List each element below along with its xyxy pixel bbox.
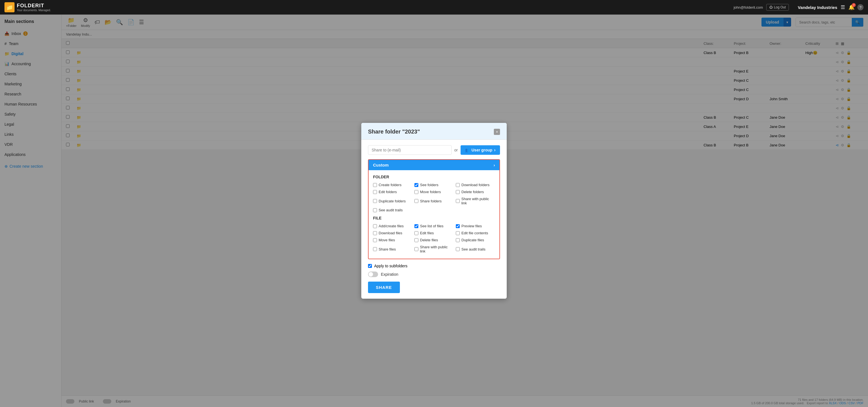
logo-sub: Your documents. Managed.: [17, 9, 51, 12]
perm-share-files: Share files: [373, 244, 412, 254]
share-folder-modal: Share folder "2023" × or 👥 User group › …: [361, 123, 507, 299]
delete-files-checkbox[interactable]: [414, 238, 418, 242]
perm-edit-files: Edit files: [414, 230, 454, 236]
expiration-label: Expiration: [381, 272, 398, 277]
perm-preview-files: Preview files: [456, 223, 495, 229]
logout-button[interactable]: ⏻ Log Out: [766, 4, 789, 11]
modal-overlay: Share folder "2023" × or 👥 User group › …: [0, 14, 868, 407]
share-public-files-checkbox[interactable]: [414, 247, 418, 251]
modal-header: Share folder "2023" ×: [361, 123, 507, 140]
see-folders-checkbox[interactable]: [414, 183, 418, 187]
apply-subfolders-row: Apply to subfolders: [368, 264, 500, 268]
perm-download-files: Download files: [373, 230, 412, 236]
share-public-folders-checkbox[interactable]: [456, 199, 460, 203]
duplicate-files-checkbox[interactable]: [456, 238, 460, 242]
share-button[interactable]: SHARE: [368, 282, 400, 293]
move-folders-checkbox[interactable]: [414, 190, 418, 194]
perm-share-folders: Share folders: [414, 196, 454, 206]
perm-audit-folders: See audit trails: [373, 207, 412, 213]
logo-icon: 📁: [4, 2, 14, 12]
perm-duplicate-folders: Duplicate folders: [373, 196, 412, 206]
user-group-button[interactable]: 👥 User group ›: [461, 145, 500, 155]
user-email: john@folderit.com: [734, 5, 763, 9]
perm-move-folders: Move folders: [414, 189, 454, 195]
folder-section-title: FOLDER: [373, 175, 495, 179]
delete-folders-checkbox[interactable]: [456, 190, 460, 194]
apply-subfolders-label: Apply to subfolders: [374, 264, 407, 268]
duplicate-folders-checkbox[interactable]: [373, 199, 377, 203]
perm-download-folders: Download folders: [456, 182, 495, 188]
modal-body: or 👥 User group › Custom › FOLDER: [361, 140, 507, 299]
perm-delete-files: Delete files: [414, 237, 454, 243]
modal-close-button[interactable]: ×: [494, 129, 500, 135]
add-files-checkbox[interactable]: [373, 224, 377, 228]
perm-edit-file-contents: Edit file contents: [456, 230, 495, 236]
folder-permissions-grid: Create folders See folders Download fold…: [373, 182, 495, 213]
share-email-input[interactable]: [368, 145, 452, 155]
share-folders-checkbox[interactable]: [414, 199, 418, 203]
share-row: or 👥 User group ›: [368, 145, 500, 155]
download-files-checkbox[interactable]: [373, 231, 377, 235]
perm-edit-folders: Edit folders: [373, 189, 412, 195]
perm-share-public-files: Share with public link: [414, 244, 454, 254]
perm-create-folders: Create folders: [373, 182, 412, 188]
perm-audit-files: See audit trails: [456, 244, 495, 254]
audit-files-checkbox[interactable]: [456, 247, 460, 251]
arrow-right-icon: ›: [494, 147, 496, 152]
expiration-toggle[interactable]: [368, 271, 378, 277]
notifications-button[interactable]: 🔔 7: [848, 4, 855, 10]
custom-section: Custom › FOLDER Create folders See folde…: [368, 159, 500, 259]
perm-move-files: Move files: [373, 237, 412, 243]
edit-folders-checkbox[interactable]: [373, 190, 377, 194]
download-folders-checkbox[interactable]: [456, 183, 460, 187]
logo: 📁 FOLDERIT Your documents. Managed.: [4, 2, 51, 12]
audit-folders-checkbox[interactable]: [373, 208, 377, 212]
power-icon: ⏻: [769, 5, 773, 9]
perm-delete-folders: Delete folders: [456, 189, 495, 195]
users-icon: 👥: [465, 148, 470, 152]
perm-see-files: See list of files: [414, 223, 454, 229]
expiration-row: Expiration: [368, 271, 500, 277]
notification-badge: 7: [852, 3, 856, 7]
see-files-checkbox[interactable]: [414, 224, 418, 228]
perm-duplicate-files: Duplicate files: [456, 237, 495, 243]
share-files-checkbox[interactable]: [373, 247, 377, 251]
preview-files-checkbox[interactable]: [456, 224, 460, 228]
apply-subfolders-checkbox[interactable]: [368, 264, 372, 268]
custom-body: FOLDER Create folders See folders Dow: [369, 170, 499, 259]
help-button[interactable]: ?: [857, 4, 864, 10]
file-permissions-grid: Add/create files See list of files Previ…: [373, 223, 495, 254]
company-name: Vandelay Industries: [798, 5, 837, 10]
perm-add-files: Add/create files: [373, 223, 412, 229]
custom-header[interactable]: Custom ›: [369, 160, 499, 170]
edit-files-checkbox[interactable]: [414, 231, 418, 235]
perm-see-folders: See folders: [414, 182, 454, 188]
file-section-title: FILE: [373, 216, 495, 220]
create-folders-checkbox[interactable]: [373, 183, 377, 187]
edit-file-contents-checkbox[interactable]: [456, 231, 460, 235]
topbar-icons: 🔔 7 ?: [848, 4, 864, 10]
question-icon: ?: [857, 4, 864, 10]
menu-icon: ☰: [841, 4, 845, 10]
modal-title: Share folder "2023": [368, 128, 420, 135]
logo-text: FOLDERIT: [17, 3, 44, 8]
topbar: 📁 FOLDERIT Your documents. Managed. john…: [0, 0, 868, 14]
move-files-checkbox[interactable]: [373, 238, 377, 242]
chevron-right-icon: ›: [494, 163, 495, 167]
perm-share-public-folders: Share with public link: [456, 196, 495, 206]
or-label: or: [455, 148, 458, 152]
